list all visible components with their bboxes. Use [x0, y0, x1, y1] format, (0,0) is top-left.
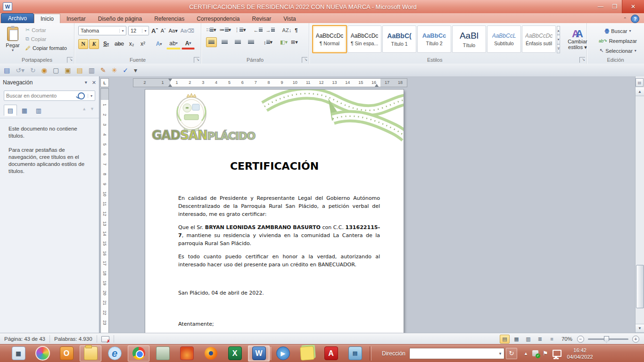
tab-archivo[interactable]: Archivo: [1, 13, 34, 23]
grow-font-button[interactable]: Aˆ: [151, 27, 158, 35]
ribbon-tab[interactable]: Inicio: [34, 14, 60, 23]
print-button[interactable]: ▥: [89, 66, 95, 74]
excel-icon[interactable]: X: [224, 346, 246, 362]
nav-pane-menu-icon[interactable]: ▾: [85, 80, 87, 86]
refresh-button[interactable]: ↻: [506, 348, 517, 359]
ribbon-tab[interactable]: Revisar: [246, 14, 278, 23]
spell-check-status[interactable]: [97, 335, 114, 343]
align-left-button[interactable]: [206, 37, 217, 47]
style-titulo[interactable]: AaBl Título: [452, 25, 486, 53]
internet-explorer-icon[interactable]: e: [104, 346, 125, 362]
tray-expand-icon[interactable]: ▲: [524, 351, 528, 356]
sort-button[interactable]: AZ↓: [282, 27, 292, 33]
collapse-ribbon-icon[interactable]: ⌃: [623, 16, 627, 22]
print-preview-button[interactable]: ◉: [41, 66, 47, 74]
paint-icon[interactable]: [32, 346, 53, 362]
underline-button[interactable]: S▾: [100, 39, 112, 49]
styles-scroll-down[interactable]: ▾: [557, 35, 560, 44]
usb-device-icon[interactable]: [532, 350, 538, 356]
search-input[interactable]: [4, 93, 78, 99]
nero-burning-icon[interactable]: [176, 346, 198, 362]
subscript-button[interactable]: x₂: [126, 39, 137, 49]
zoom-slider-thumb[interactable]: [604, 336, 609, 343]
taskbar-clock[interactable]: 16:42 04/04/2022: [567, 347, 593, 360]
font-family-combo[interactable]: Tahoma▾: [78, 26, 126, 35]
zoom-in-button[interactable]: +: [632, 336, 639, 343]
scroll-up-icon[interactable]: ▲: [636, 88, 644, 96]
draft-view-button[interactable]: ≡: [547, 335, 557, 344]
scanner-icon[interactable]: [152, 346, 173, 362]
style-normal[interactable]: AaBbCcDc ¶ Normal: [312, 25, 347, 53]
media-player-icon[interactable]: ▶: [272, 346, 294, 362]
copy-button[interactable]: ⧉Copiar: [24, 34, 69, 43]
document-page[interactable]: GADSANPLÁCIDO CERTIFICACIÓN En calidad d…: [145, 90, 404, 333]
action-center-flag-icon[interactable]: ⚑: [543, 350, 548, 357]
zoom-out-button[interactable]: −: [577, 336, 584, 343]
outline-view-button[interactable]: ≣: [535, 335, 545, 344]
page-indicator[interactable]: Página: 43 de 43: [0, 335, 50, 343]
qat-more-button[interactable]: ▾: [134, 66, 137, 74]
attach-file-button[interactable]: ▣: [65, 66, 71, 74]
zoom-level[interactable]: 70%: [561, 336, 572, 342]
paragraph-dialog-launcher[interactable]: ↘: [302, 57, 307, 63]
word-icon[interactable]: W: [248, 346, 270, 362]
increase-indent-button[interactable]: →: [265, 27, 275, 33]
next-heading-icon[interactable]: ▼: [90, 107, 94, 111]
document-search-box[interactable]: ▾: [4, 90, 95, 101]
red-a-app-icon[interactable]: A: [320, 346, 342, 362]
left-indent-marker[interactable]: [168, 84, 172, 87]
multilevel-list-button[interactable]: ⋮▾: [234, 26, 247, 33]
address-dropdown-icon[interactable]: ▾: [496, 351, 504, 356]
sticky-notes-icon[interactable]: [296, 346, 318, 362]
find-button[interactable]: ꙮBuscar ▾: [592, 26, 644, 36]
browse-results-tab[interactable]: ▥: [32, 105, 45, 116]
font-color-button[interactable]: A▾: [182, 38, 195, 49]
chrome-icon[interactable]: [128, 346, 149, 362]
restore-button[interactable]: ❐: [608, 0, 622, 13]
file-explorer-icon[interactable]: [80, 346, 101, 362]
search-options-icon[interactable]: ▾: [88, 94, 95, 98]
network-icon[interactable]: [553, 350, 561, 357]
minimize-button[interactable]: —: [594, 0, 608, 13]
help-icon[interactable]: ?: [631, 15, 639, 23]
open-button[interactable]: ▤: [76, 66, 83, 74]
favorites-button[interactable]: ✳: [112, 66, 117, 74]
ribbon-tab[interactable]: Diseño de página: [92, 14, 148, 23]
nav-pane-close-icon[interactable]: ✕: [92, 80, 96, 86]
justify-button[interactable]: [246, 37, 256, 47]
outlook-icon[interactable]: O: [56, 346, 77, 362]
font-size-combo[interactable]: 12▾: [128, 26, 149, 35]
ribbon-tab[interactable]: Referencias: [148, 14, 190, 23]
first-line-indent-marker[interactable]: [168, 79, 172, 82]
style-enfasis-sutil[interactable]: AaBbCcDc Énfasis sutil: [522, 25, 556, 53]
browse-pages-tab[interactable]: ▦: [18, 105, 31, 116]
style-sin-espaciado[interactable]: AaBbCcDc ¶ Sin espa...: [347, 25, 381, 53]
cut-button[interactable]: ✂Cortar: [24, 25, 69, 34]
previous-heading-icon[interactable]: ▲: [82, 107, 86, 111]
change-styles-button[interactable]: AA Cambiar estilos ▾: [565, 25, 590, 53]
spelling-grammar-button[interactable]: ✓: [123, 66, 128, 74]
web-layout-view-button[interactable]: ▥: [523, 335, 533, 344]
vertical-ruler[interactable]: 1234567891011121314151617181920212223: [100, 88, 109, 333]
edit-document-button[interactable]: ✎: [100, 66, 106, 74]
align-center-button[interactable]: [219, 37, 230, 47]
highlight-color-button[interactable]: ab▾: [166, 38, 181, 49]
close-button[interactable]: ✕: [622, 0, 644, 13]
style-titulo-2[interactable]: AaBbCc Título 2: [417, 25, 451, 53]
bold-button[interactable]: N: [78, 39, 88, 49]
text-effects-button[interactable]: A▾: [152, 39, 165, 49]
ruler-toggle-button[interactable]: ▤: [636, 78, 644, 87]
styles-dialog-launcher[interactable]: ↘: [579, 57, 585, 63]
search-icon[interactable]: [78, 92, 85, 99]
clear-formatting-button[interactable]: Aa⌫: [180, 27, 195, 34]
control-panel-icon[interactable]: ▤: [344, 346, 366, 362]
redo-button[interactable]: ↻: [30, 66, 36, 74]
decrease-indent-button[interactable]: ←: [253, 27, 263, 33]
shading-button[interactable]: ◧▾: [280, 39, 288, 46]
align-right-button[interactable]: [232, 37, 243, 47]
firefox-icon[interactable]: [200, 346, 222, 362]
superscript-button[interactable]: x²: [138, 39, 148, 49]
ribbon-tab[interactable]: Insertar: [60, 14, 92, 23]
undo-button[interactable]: ↺▾: [16, 66, 25, 74]
font-dialog-launcher[interactable]: ↘: [194, 57, 199, 63]
